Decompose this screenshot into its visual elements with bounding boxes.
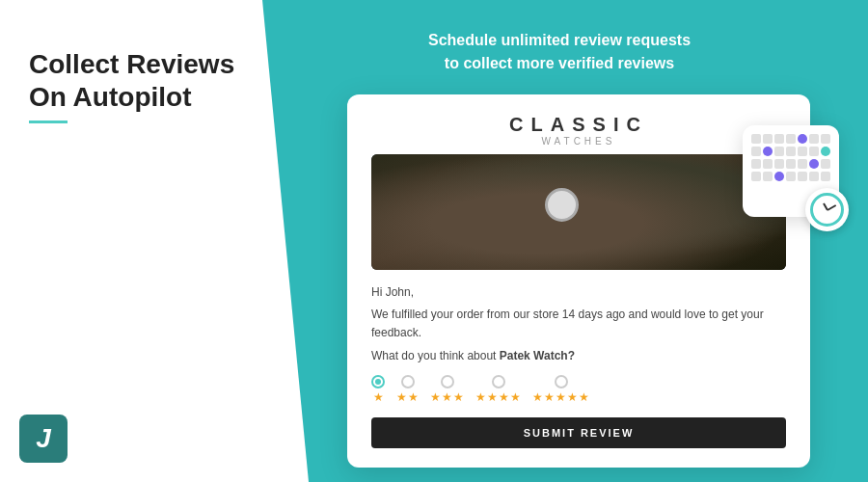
- clock-hand-minute: [827, 204, 836, 211]
- cal-cell: [751, 147, 761, 156]
- cal-cell: [774, 134, 784, 144]
- cal-cell: [786, 134, 796, 144]
- stars-1: ★: [373, 390, 384, 404]
- radio-4[interactable]: [492, 375, 505, 388]
- stars-5: ★★★★★: [532, 390, 589, 404]
- cal-cell: [821, 134, 830, 144]
- title-underline: [29, 120, 68, 123]
- cal-cell: [798, 172, 807, 181]
- cal-cell: [751, 172, 761, 181]
- email-brand: CLASSIC WATCHES: [371, 114, 786, 147]
- email-card: CLASSIC WATCHES Hi John, We fulfilled yo…: [347, 94, 810, 468]
- watch-illustration: [545, 188, 579, 222]
- submit-review-button[interactable]: SUBMIT REVIEW: [371, 417, 786, 448]
- brand-sub: WATCHES: [371, 136, 786, 147]
- cal-cell: [809, 134, 819, 144]
- radio-3[interactable]: [441, 375, 454, 388]
- cal-cell: [809, 147, 819, 156]
- question-line: What do you think about Patek Watch?: [371, 347, 786, 365]
- radio-1[interactable]: [371, 375, 385, 388]
- cal-cell-highlight: [821, 147, 830, 156]
- rating-5-stars[interactable]: ★★★★★: [532, 375, 589, 404]
- cal-cell: [763, 134, 773, 144]
- brand-name: CLASSIC: [371, 114, 786, 136]
- stars-3: ★★★: [430, 390, 464, 404]
- cal-cell: [821, 159, 830, 169]
- cal-cell: [751, 159, 761, 169]
- cal-cell: [821, 172, 830, 181]
- rating-3-stars[interactable]: ★★★: [430, 375, 464, 404]
- greeting: Hi John,: [371, 283, 786, 302]
- page-title: Collect Reviews On Autopilot: [29, 48, 260, 113]
- body-text: We fulfilled your order from our store 1…: [371, 306, 786, 342]
- main-container: Collect Reviews On Autopilot Create cust…: [0, 0, 868, 482]
- cal-cell: [798, 147, 807, 156]
- cal-cell-dot: [763, 147, 773, 156]
- clock-widget: [805, 188, 849, 231]
- star-rating-row: ★ ★★ ★★★ ★★★★: [371, 375, 786, 404]
- cal-cell: [774, 159, 784, 169]
- cal-cell: [786, 172, 796, 181]
- top-description: Schedule unlimited review requests to co…: [428, 29, 729, 75]
- radio-5[interactable]: [555, 375, 568, 388]
- left-panel: Collect Reviews On Autopilot Create cust…: [0, 0, 309, 482]
- logo-j: J: [19, 415, 68, 463]
- cal-cell: [798, 159, 807, 169]
- cal-cell-dot: [809, 159, 819, 169]
- title-section: Collect Reviews On Autopilot: [29, 48, 260, 123]
- email-image: [371, 154, 786, 270]
- radio-2[interactable]: [401, 375, 415, 388]
- cal-cell: [786, 159, 796, 169]
- cal-cell-dot: [774, 172, 784, 181]
- stars-4: ★★★★: [475, 390, 521, 404]
- stars-2: ★★: [396, 390, 419, 404]
- bottom-label: Create custom email templates: [39, 348, 260, 386]
- calendar-widget: [743, 125, 839, 217]
- cal-cell: [751, 134, 761, 144]
- rating-1-star[interactable]: ★: [371, 375, 385, 404]
- watch-photo: [371, 154, 786, 270]
- cal-cell: [809, 172, 819, 181]
- cal-cell: [763, 172, 773, 181]
- cal-cell: [763, 159, 773, 169]
- rating-4-stars[interactable]: ★★★★: [475, 375, 521, 404]
- clock-face: [810, 193, 844, 227]
- email-body: Hi John, We fulfilled your order from ou…: [371, 283, 786, 365]
- cal-cell: [774, 147, 784, 156]
- cal-cell-dot: [798, 134, 807, 144]
- cal-cell: [786, 147, 796, 156]
- rating-2-stars[interactable]: ★★: [396, 375, 419, 404]
